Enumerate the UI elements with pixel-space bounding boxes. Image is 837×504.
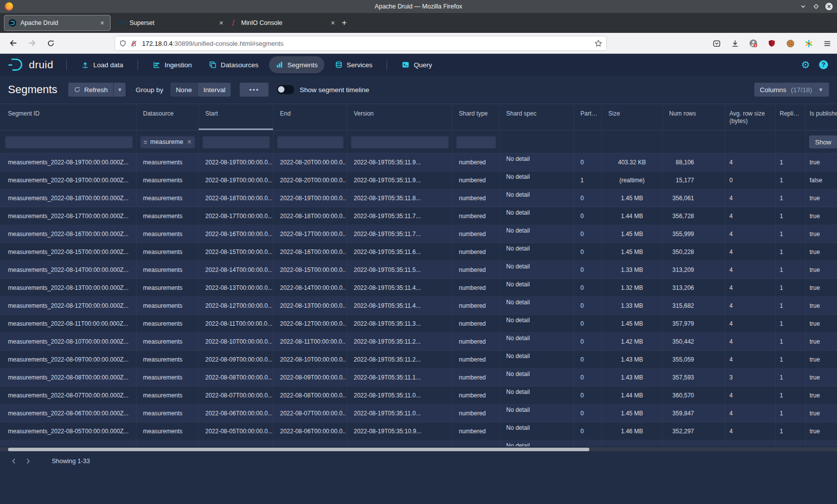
new-tab-button[interactable]: + [338, 17, 351, 29]
cell-rows[interactable]: 357,979 [663, 315, 725, 332]
cookie-icon[interactable] [785, 38, 795, 48]
cell-st[interactable]: numbered [452, 261, 500, 278]
cell-st[interactable]: numbered [452, 369, 500, 386]
cell-start[interactable]: 2022-08-13T00:00:00.0... [199, 279, 274, 296]
cell-ds[interactable]: measurements [137, 225, 199, 243]
cell-ds[interactable]: measurements [137, 386, 199, 404]
cell-st[interactable]: numbered [452, 315, 500, 332]
cell-ver[interactable]: 2022-08-19T05:35:11.2... [347, 333, 452, 350]
cell-rows[interactable]: 355,999 [663, 225, 725, 243]
column-header-version[interactable]: Version [347, 104, 452, 130]
cell-end[interactable]: 2022-08-14T00:00:00.0... [274, 279, 347, 296]
cell-pub[interactable]: false [806, 171, 837, 189]
cell-rows[interactable] [663, 440, 725, 446]
cell-rep[interactable]: 1 [776, 243, 806, 260]
cell-rep[interactable]: 1 [776, 315, 806, 332]
cell-part[interactable]: 0 [574, 189, 602, 207]
cell-size[interactable]: (realtime) [602, 171, 663, 189]
column-header-datasource[interactable]: Datasource [137, 104, 199, 130]
bookmark-star-icon[interactable] [594, 39, 602, 47]
cell-ver[interactable]: 2022-08-19T05:35:11.0... [347, 404, 452, 422]
filter-shard-type-input[interactable] [456, 135, 496, 148]
cell-st[interactable]: numbered [452, 225, 500, 243]
cell-id[interactable]: measurements_2022-08-09T00:00:00.000Z... [1, 351, 137, 368]
nav-datasources[interactable]: Datasources [202, 56, 265, 73]
cell-avg[interactable]: 4 [725, 243, 776, 260]
cell-pub[interactable]: true [806, 153, 837, 171]
cell-start[interactable]: 2022-08-06T00:00:00.0... [199, 404, 274, 422]
cell-rep[interactable]: 1 [776, 404, 806, 422]
cell-ss[interactable]: No detail [500, 297, 574, 314]
nav-load-data[interactable]: Load data [75, 56, 130, 73]
cell-part[interactable]: 0 [574, 315, 602, 332]
tab-minio-console[interactable]: MinIO Console ✕ [225, 15, 341, 31]
cell-st[interactable]: numbered [452, 404, 500, 422]
cell-ds[interactable]: measurements [137, 171, 199, 189]
filter-end-input[interactable] [277, 135, 344, 148]
cell-end[interactable]: 2022-08-05T00:00:00.0... [274, 440, 347, 446]
column-header-partition[interactable]: Partition [574, 104, 602, 130]
shield-icon[interactable] [119, 40, 127, 47]
cell-st[interactable]: numbered [452, 243, 500, 260]
cell-ver[interactable]: 2022-08-19T05:35:10.9... [347, 422, 452, 440]
cell-ds[interactable]: measurements [137, 261, 199, 278]
cell-ds[interactable]: measurements [137, 279, 199, 296]
cell-rows[interactable]: 88,106 [663, 153, 725, 171]
horizontal-scrollbar[interactable] [0, 447, 837, 451]
cell-ss[interactable]: No detail [500, 261, 574, 278]
cell-st[interactable]: numbered [452, 153, 500, 171]
column-header-end[interactable]: End [274, 104, 347, 130]
nav-query[interactable]: Query [395, 56, 438, 73]
cell-ver[interactable]: 2022-08-19T05:35:11.0... [347, 386, 452, 404]
cell-id[interactable]: measurements_2022-08-19T00:00:00.000Z... [1, 153, 137, 171]
cell-size[interactable]: 1.42 MB [602, 333, 663, 350]
cell-start[interactable]: 2022-08-04T00:00:00.0... [199, 440, 274, 446]
cell-avg[interactable]: 4 [725, 351, 776, 368]
cell-part[interactable]: 0 [574, 369, 602, 386]
cell-ver[interactable]: 2022-08-19T05:35:11.4... [347, 297, 452, 314]
cell-start[interactable]: 2022-08-16T00:00:00.0... [199, 225, 274, 243]
column-header-is-published[interactable]: Is published [806, 104, 837, 130]
cell-start[interactable]: 2022-08-15T00:00:00.0... [199, 243, 274, 260]
cell-id[interactable]: measurements_2022-08-15T00:00:00.000Z... [1, 243, 137, 260]
cell-ver[interactable]: 2022-08-19T05:35:11.2... [347, 351, 452, 368]
cell-id[interactable]: measurements_2022-08-16T00:00:00.000Z... [1, 225, 137, 243]
cell-part[interactable]: 0 [574, 333, 602, 350]
cell-end[interactable]: 2022-08-17T00:00:00.0... [274, 225, 347, 243]
cell-rows[interactable]: 355,059 [663, 351, 725, 368]
cell-size[interactable]: 1.45 MB [602, 315, 663, 332]
cell-avg[interactable]: 4 [725, 207, 776, 225]
cell-id[interactable]: measurements_2022-08-11T00:00:00.000Z... [1, 315, 137, 332]
cell-ss[interactable]: No detail [500, 315, 574, 332]
nav-ingestion[interactable]: Ingestion [146, 56, 198, 73]
cell-start[interactable]: 2022-08-11T00:00:00.0... [199, 315, 274, 332]
cell-rep[interactable]: 1 [776, 261, 806, 278]
cell-id[interactable]: measurements_2022-08-05T00:00:00.000Z... [1, 422, 137, 440]
cell-part[interactable]: 0 [574, 207, 602, 225]
cell-part[interactable]: 0 [574, 261, 602, 278]
cell-pub[interactable]: true [806, 207, 837, 225]
cell-ver[interactable]: 2022-08-19T05:35:11.7... [347, 207, 452, 225]
cell-pub[interactable]: true [806, 297, 837, 314]
cell-start[interactable]: 2022-08-08T00:00:00.0... [199, 369, 274, 386]
cell-part[interactable]: 0 [574, 243, 602, 260]
cell-ver[interactable]: 2022-08-19T05:35:11.6... [347, 243, 452, 260]
cell-id[interactable]: measurements_2022-08-13T00:00:00.000Z... [1, 279, 137, 296]
menu-hamburger-icon[interactable] [822, 38, 832, 48]
cell-ver[interactable]: 2022-08-19T05:35:11.9... [347, 153, 452, 171]
cell-start[interactable]: 2022-08-09T00:00:00.0... [199, 351, 274, 368]
cell-start[interactable]: 2022-08-18T00:00:00.0... [199, 189, 274, 207]
cell-pub[interactable]: true [806, 189, 837, 207]
column-header-shard-spec[interactable]: Shard spec [500, 104, 574, 130]
cell-ss[interactable]: No detail [500, 279, 574, 296]
cell-id[interactable]: measurements_2022-08-06T00:00:00.000Z... [1, 404, 137, 422]
cell-avg[interactable]: 4 [725, 297, 776, 314]
cell-ds[interactable]: measurements [137, 207, 199, 225]
cell-size[interactable]: 1.45 MB [602, 189, 663, 207]
cell-rows[interactable]: 313,209 [663, 261, 725, 278]
cell-size[interactable]: 1.45 MB [602, 404, 663, 422]
cell-rows[interactable]: 315,682 [663, 297, 725, 314]
cell-avg[interactable]: 4 [725, 261, 776, 278]
window-maximize-icon[interactable] [812, 2, 820, 10]
cell-size[interactable]: 403.32 KB [602, 153, 663, 171]
